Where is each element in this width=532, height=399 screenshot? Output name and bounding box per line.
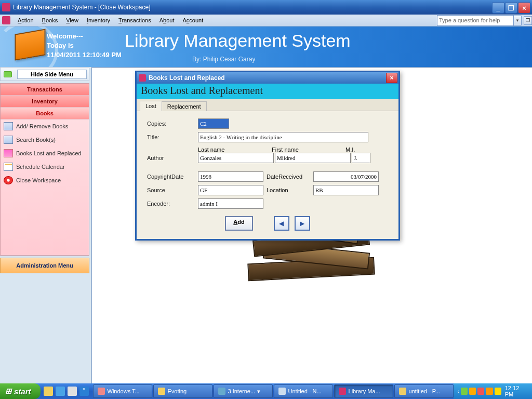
sidebar-item-calendar[interactable]: Schedule Calendar <box>1 160 89 174</box>
tab-bar: Lost Replacement <box>137 99 398 111</box>
task-evoting[interactable]: Evoting <box>153 384 212 398</box>
administration-menu-button[interactable]: Administration Menu <box>0 258 89 273</box>
source-input[interactable] <box>198 185 263 195</box>
quick-launch: » <box>41 387 92 396</box>
restore-button[interactable]: ❐ <box>505 2 517 14</box>
task-ie[interactable]: 3 Interne...▾ <box>214 384 273 398</box>
app-icon <box>2 3 10 11</box>
app-title: Library Management System <box>125 31 351 51</box>
sidebar-item-label: Books Lost and Replaced <box>16 150 81 156</box>
book-icon <box>4 122 13 130</box>
copyright-label: CopyrightDate <box>147 174 198 180</box>
dialog-title: Books Lost and Replaced <box>149 74 225 82</box>
close-button[interactable]: × <box>518 2 530 14</box>
menu-view[interactable]: View <box>62 16 83 25</box>
encoder-input[interactable] <box>198 198 263 209</box>
encoder-label: Encoder: <box>147 201 198 207</box>
sidebar-item-add-remove[interactable]: Add/ Remove Books <box>1 119 89 133</box>
menu-books[interactable]: Books <box>38 16 62 25</box>
today-label: Today is <box>47 41 122 50</box>
hide-side-menu-button[interactable]: Hide Side Menu <box>17 70 87 79</box>
sidebar-item-search[interactable]: Search Book(s) <box>1 133 89 147</box>
next-button[interactable]: ▶ <box>295 216 310 231</box>
source-label: Source <box>147 187 198 193</box>
window-title: Library Management System - [Close Works… <box>13 4 491 11</box>
tab-replacement[interactable]: Replacement <box>162 101 207 111</box>
menu-inventory[interactable]: Inventory <box>83 16 114 25</box>
location-input[interactable] <box>313 185 379 195</box>
book-icon <box>15 29 45 60</box>
status-led-icon <box>4 71 12 77</box>
menu-account[interactable]: Account <box>178 16 207 25</box>
minimize-button[interactable]: _ <box>492 2 504 14</box>
tab-lost[interactable]: Lost <box>140 101 162 111</box>
sidebar-item-lost[interactable]: Books Lost and Replaced <box>1 147 89 160</box>
tray-icon[interactable] <box>477 388 484 395</box>
copies-input[interactable] <box>198 118 229 129</box>
location-label: Location <box>267 187 313 193</box>
title-input[interactable] <box>198 132 368 142</box>
tray-chevron-icon[interactable]: ‹ <box>458 389 459 394</box>
book-icon <box>4 136 13 144</box>
calendar-icon <box>4 163 13 171</box>
explorer-icon[interactable] <box>56 387 65 396</box>
taskbar: ⊞start » Windows T... Evoting 3 Interne.… <box>0 383 532 399</box>
sidebar: Transactions Inventory Books Add/ Remove… <box>0 83 89 256</box>
dialog-close-button[interactable]: × <box>386 73 397 83</box>
chevron-icon[interactable]: » <box>79 387 89 396</box>
mdi-restore-icon[interactable]: ❐ <box>524 16 532 25</box>
desktop-icon[interactable] <box>68 387 77 396</box>
app-icon <box>2 16 10 24</box>
task-notepad[interactable]: Untitled - N... <box>274 384 333 398</box>
chart-icon <box>4 149 13 157</box>
mi-input[interactable] <box>352 153 370 163</box>
sidebar-section-transactions[interactable]: Transactions <box>1 84 89 96</box>
sidebar-item-label: Add/ Remove Books <box>16 123 68 129</box>
tray-icon[interactable] <box>495 388 501 395</box>
help-search-input[interactable] <box>437 15 514 26</box>
books-lost-dialog: Books Lost and Replaced × Books Lost and… <box>135 71 400 241</box>
add-button[interactable]: Add <box>225 216 252 231</box>
task-windows[interactable]: Windows T... <box>93 384 152 398</box>
close-icon <box>4 176 13 184</box>
task-library[interactable]: Library Ma... <box>334 384 393 398</box>
sidebar-section-books[interactable]: Books <box>1 108 89 119</box>
sidebar-item-label: Schedule Calendar <box>16 164 65 170</box>
welcome-label: Welcome--- <box>47 32 122 41</box>
menu-transactions[interactable]: Transactions <box>114 16 155 25</box>
lastname-header: Last name <box>198 147 272 153</box>
copies-label: Copies: <box>147 121 198 127</box>
dialog-subtitle: Books Lost and Replacement <box>137 84 398 99</box>
menu-bar: Action Books View Inventory Transactions… <box>0 15 532 26</box>
tray-icon[interactable] <box>486 388 493 395</box>
byline: By: Philip Cesar Garay <box>192 56 255 63</box>
header-banner: Welcome--- Today is 11/04/2011 12:10:49 … <box>0 26 532 67</box>
form-panel: Copies: Title: Last name First name M.I.… <box>137 111 398 239</box>
firstname-input[interactable] <box>275 153 351 163</box>
tray-icon[interactable] <box>469 388 476 395</box>
hide-side-menu-bar: Hide Side Menu <box>0 67 89 81</box>
sidebar-item-label: Search Book(s) <box>16 137 56 143</box>
system-tray: ‹ 12:12 PM <box>454 383 532 399</box>
tray-icon[interactable] <box>461 388 468 395</box>
help-dropdown-icon[interactable]: ▼ <box>513 16 522 25</box>
menu-action[interactable]: Action <box>14 16 38 25</box>
clock[interactable]: 12:12 PM <box>505 385 528 397</box>
start-button[interactable]: ⊞start <box>0 383 41 399</box>
dialog-titlebar[interactable]: Books Lost and Replaced × <box>137 72 398 84</box>
author-label: Author <box>147 155 198 161</box>
lastname-input[interactable] <box>198 153 274 163</box>
previous-button[interactable]: ◀ <box>274 216 289 231</box>
sidebar-item-close[interactable]: Close Workspace <box>1 174 89 187</box>
copyright-input[interactable] <box>198 171 263 182</box>
datereceived-input[interactable] <box>313 171 379 182</box>
menu-about[interactable]: About <box>155 16 179 25</box>
ie-icon[interactable] <box>44 387 53 396</box>
task-paint[interactable]: untitled - P... <box>394 384 454 398</box>
window-titlebar: Library Management System - [Close Works… <box>0 0 532 15</box>
mi-header: M.I. <box>345 147 366 153</box>
datetime-label: 11/04/2011 12:10:49 PM <box>47 50 122 60</box>
sidebar-section-inventory[interactable]: Inventory <box>1 96 89 108</box>
firstname-header: First name <box>272 147 345 153</box>
app-icon <box>139 74 146 82</box>
